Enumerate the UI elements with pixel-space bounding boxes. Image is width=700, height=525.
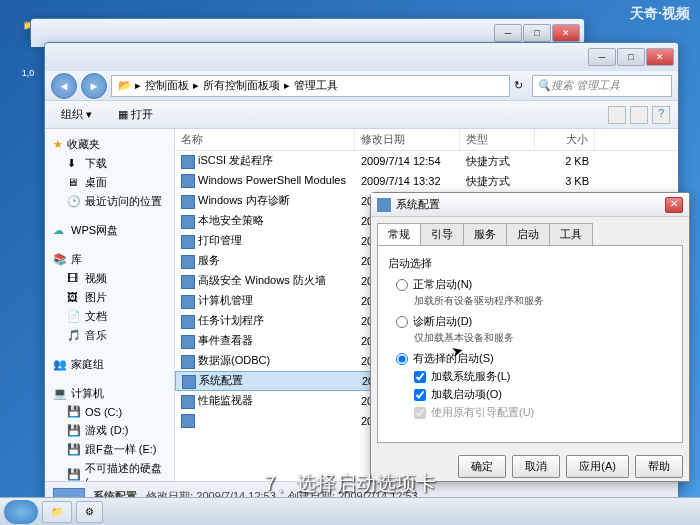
homegroup-icon: 👥 (53, 358, 67, 372)
close-button[interactable]: ✕ (552, 24, 580, 42)
col-name[interactable]: 名称 (175, 129, 355, 150)
toolbar: 组织 ▾ ▦ 打开 ? (45, 101, 678, 129)
shortcut-icon (181, 235, 195, 249)
col-type[interactable]: 类型 (460, 129, 535, 150)
cloud-icon: ☁ (53, 224, 67, 238)
column-headers[interactable]: 名称 修改日期 类型 大小 (175, 129, 678, 151)
desc-normal: 加载所有设备驱动程序和服务 (414, 294, 672, 308)
tabs: 常规 引导 服务 启动 工具 (371, 217, 689, 245)
apply-button[interactable]: 应用(A) (566, 455, 629, 478)
shortcut-icon (181, 174, 195, 188)
sidebar-item-drive-f[interactable]: 💾不可描述的硬盘 ( (49, 459, 170, 481)
shortcut-icon (182, 375, 196, 389)
sidebar-wps[interactable]: ☁WPS网盘 (49, 221, 170, 240)
tab-services[interactable]: 服务 (463, 223, 507, 245)
sidebar-item-drive-d[interactable]: 💾游戏 (D:) (49, 421, 170, 440)
breadcrumb-item[interactable]: 所有控制面板项 (203, 78, 280, 93)
tab-boot[interactable]: 引导 (420, 223, 464, 245)
sidebar-item-videos[interactable]: 🎞视频 (49, 269, 170, 288)
ok-button[interactable]: 确定 (458, 455, 506, 478)
dialog-titlebar[interactable]: 系统配置 ✕ (371, 193, 689, 217)
start-button[interactable] (4, 500, 38, 524)
subtitle-caption: 7、选择启动选项卡 (264, 470, 435, 497)
background-window: ─ □ ✕ (30, 18, 585, 40)
breadcrumb-item[interactable]: 控制面板 (145, 78, 189, 93)
sidebar-item-pictures[interactable]: 🖼图片 (49, 288, 170, 307)
back-button[interactable]: ◄ (51, 73, 77, 99)
group-label: 启动选择 (388, 256, 672, 271)
taskbar-item[interactable]: ⚙ (76, 501, 103, 523)
computer-icon: 💻 (53, 387, 67, 401)
drive-icon: 💾 (67, 424, 81, 438)
document-icon: 📄 (67, 310, 81, 324)
forward-button[interactable]: ► (81, 73, 107, 99)
organize-button[interactable]: 组织 ▾ (53, 104, 100, 125)
sidebar-favorites[interactable]: ★收藏夹 (49, 135, 170, 154)
shortcut-icon (181, 195, 195, 209)
msconfig-dialog: 系统配置 ✕ 常规 引导 服务 启动 工具 启动选择 正常启动(N) 加载所有设… (370, 192, 690, 482)
titlebar[interactable]: ─ □ ✕ (45, 43, 678, 71)
shortcut-icon (181, 215, 195, 229)
star-icon: ★ (53, 138, 63, 151)
view-icon[interactable] (608, 106, 626, 124)
picture-icon: 🖼 (67, 291, 81, 305)
shortcut-icon (181, 255, 195, 269)
sidebar-item-drive-c[interactable]: 💾OS (C:) (49, 403, 170, 421)
watermark: 天奇·视频 (630, 5, 690, 23)
breadcrumb[interactable]: 📂 ▸ 控制面板▸ 所有控制面板项▸ 管理工具 (111, 75, 510, 97)
check-services[interactable]: 加载系统服务(L) (414, 369, 672, 384)
sidebar-item-music[interactable]: 🎵音乐 (49, 326, 170, 345)
breadcrumb-item[interactable]: 管理工具 (294, 78, 338, 93)
tab-general[interactable]: 常规 (377, 223, 421, 245)
sidebar-homegroup[interactable]: 👥家庭组 (49, 355, 170, 374)
refresh-icon[interactable]: ↻ (514, 79, 528, 92)
sidebar-item-drive-e[interactable]: 💾跟F盘一样 (E:) (49, 440, 170, 459)
radio-diagnostic[interactable]: 诊断启动(D) (396, 314, 672, 329)
minimize-button[interactable]: ─ (588, 48, 616, 66)
minimize-button[interactable]: ─ (494, 24, 522, 42)
cancel-button[interactable]: 取消 (512, 455, 560, 478)
sidebar-computer[interactable]: 💻计算机 (49, 384, 170, 403)
sidebar-item-recent[interactable]: 🕑最近访问的位置 (49, 192, 170, 211)
taskbar-item[interactable]: 📁 (42, 501, 72, 523)
sidebar-item-documents[interactable]: 📄文档 (49, 307, 170, 326)
sidebar-item-downloads[interactable]: ⬇下载 (49, 154, 170, 173)
tab-tools[interactable]: 工具 (549, 223, 593, 245)
shortcut-icon (181, 414, 195, 428)
table-row[interactable]: iSCSI 发起程序2009/7/14 12:54快捷方式2 KB (175, 151, 678, 171)
maximize-button[interactable]: □ (617, 48, 645, 66)
col-date[interactable]: 修改日期 (355, 129, 460, 150)
shortcut-icon (181, 275, 195, 289)
preview-icon[interactable] (630, 106, 648, 124)
drive-icon: 💾 (67, 405, 81, 419)
radio-selective[interactable]: 有选择的启动(S) (396, 351, 672, 366)
shortcut-icon (181, 395, 195, 409)
sidebar-item-desktop[interactable]: 🖥桌面 (49, 173, 170, 192)
close-button[interactable]: ✕ (646, 48, 674, 66)
close-button[interactable]: ✕ (665, 197, 683, 213)
dialog-title: 系统配置 (396, 197, 440, 212)
shortcut-icon (181, 155, 195, 169)
sidebar: ★收藏夹 ⬇下载 🖥桌面 🕑最近访问的位置 ☁WPS网盘 📚库 🎞视频 🖼图片 … (45, 129, 175, 481)
radio-normal[interactable]: 正常启动(N) (396, 277, 672, 292)
check-bootcfg: 使用原有引导配置(U) (414, 405, 672, 420)
help-button[interactable]: 帮助 (635, 455, 683, 478)
maximize-button[interactable]: □ (523, 24, 551, 42)
sidebar-libraries[interactable]: 📚库 (49, 250, 170, 269)
check-startup[interactable]: 加载启动项(O) (414, 387, 672, 402)
desktop-icon[interactable]: 1,0 (8, 68, 48, 108)
desktop-icon: 🖥 (67, 176, 81, 190)
help-icon[interactable]: ? (652, 106, 670, 124)
drive-icon: 💾 (67, 468, 81, 482)
taskbar: 📁 ⚙ (0, 497, 700, 525)
tab-startup[interactable]: 启动 (506, 223, 550, 245)
dialog-body: 启动选择 正常启动(N) 加载所有设备驱动程序和服务 诊断启动(D) 仅加载基本… (377, 245, 683, 443)
download-icon: ⬇ (67, 157, 81, 171)
open-button[interactable]: ▦ 打开 (110, 104, 161, 125)
recent-icon: 🕑 (67, 195, 81, 209)
col-size[interactable]: 大小 (535, 129, 595, 150)
drive-icon: 💾 (67, 443, 81, 457)
video-icon: 🎞 (67, 272, 81, 286)
search-input[interactable]: 🔍 搜索 管理工具 (532, 75, 672, 97)
table-row[interactable]: Windows PowerShell Modules2009/7/14 13:3… (175, 171, 678, 191)
